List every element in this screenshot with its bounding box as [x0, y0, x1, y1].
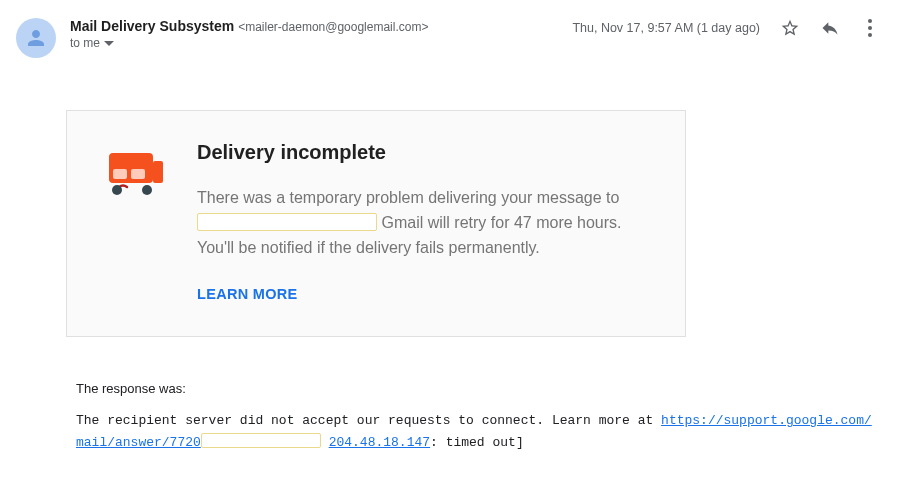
learn-more-link[interactable]: LEARN MORE: [197, 286, 651, 302]
reply-button[interactable]: [820, 18, 840, 38]
redacted-email: [197, 213, 377, 231]
star-button[interactable]: [780, 18, 800, 38]
response-tail: : timed out]: [430, 435, 524, 450]
support-link-2[interactable]: mail/answer/7720: [76, 435, 201, 450]
person-icon: [24, 26, 48, 50]
more-button[interactable]: [860, 18, 880, 38]
svg-rect-5: [113, 169, 127, 179]
email-view: Mail Delivery Subsystem <mailer-daemon@g…: [0, 0, 900, 455]
response-text: The recipient server did not accept our …: [76, 410, 884, 454]
email-header: Mail Delivery Subsystem <mailer-daemon@g…: [10, 18, 890, 58]
response-line1: The recipient server did not accept our …: [76, 413, 661, 428]
svg-rect-4: [153, 161, 163, 183]
header-actions: Thu, Nov 17, 9:57 AM (1 day ago): [572, 18, 884, 38]
svg-rect-6: [131, 169, 145, 179]
svg-point-1: [868, 26, 872, 30]
avatar: [16, 18, 56, 58]
more-vert-icon: [868, 19, 872, 37]
redacted-segment: [201, 433, 321, 448]
sender-info: Mail Delivery Subsystem <mailer-daemon@g…: [70, 18, 428, 50]
svg-point-0: [868, 19, 872, 23]
recipient-text: to me: [70, 36, 100, 50]
svg-point-2: [868, 33, 872, 37]
timestamp: Thu, Nov 17, 9:57 AM (1 day ago): [572, 21, 760, 35]
truck-icon: [101, 143, 165, 211]
response-block: The response was: The recipient server d…: [76, 381, 890, 454]
response-label: The response was:: [76, 381, 890, 396]
sender-name: Mail Delivery Subsystem: [70, 18, 234, 34]
svg-point-8: [142, 185, 152, 195]
star-icon: [780, 18, 800, 38]
card-title: Delivery incomplete: [197, 141, 651, 164]
card-body: Delivery incomplete There was a temporar…: [197, 141, 651, 302]
support-link-1[interactable]: https://support.google.com/: [661, 413, 872, 428]
card-text-part1: There was a temporary problem delivering…: [197, 189, 619, 206]
svg-point-7: [112, 185, 122, 195]
card-text: There was a temporary problem delivering…: [197, 186, 651, 260]
chevron-down-icon: [104, 41, 114, 46]
recipient-dropdown[interactable]: to me: [70, 36, 428, 50]
sender-email: <mailer-daemon@googlemail.com>: [238, 20, 428, 34]
ip-link[interactable]: 204.48.18.147: [329, 435, 430, 450]
delivery-notice-card: Delivery incomplete There was a temporar…: [66, 110, 686, 337]
reply-icon: [820, 18, 840, 38]
